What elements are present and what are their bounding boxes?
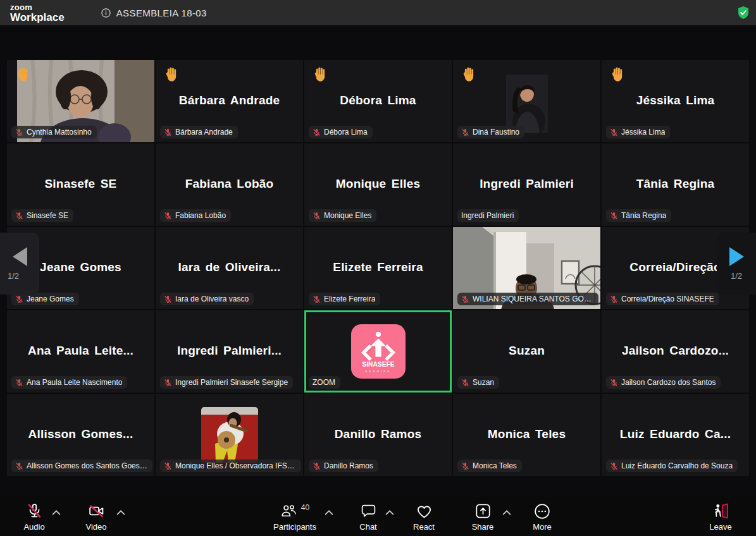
page-indicator-left: 1/2 — [8, 271, 19, 281]
more-button[interactable]: More — [516, 502, 569, 532]
participant-name-label: Correia/Direção SINASEFE — [606, 293, 719, 305]
video-menu-chevron[interactable] — [116, 509, 125, 516]
chat-menu-chevron[interactable] — [385, 509, 394, 516]
participant-tile[interactable]: SINASEFE SERGIPE ZOOM — [304, 310, 452, 393]
meeting-info[interactable]: ASSEMBLEIA 18-03 — [101, 8, 207, 18]
participants-count: 40 — [301, 503, 309, 512]
video-button[interactable]: Video — [70, 502, 123, 532]
chat-button[interactable]: Chat — [342, 502, 395, 532]
participant-name-text: Correia/Direção SINASEFE — [621, 295, 714, 303]
share-button[interactable]: Share — [456, 502, 509, 532]
participant-tile[interactable]: Danillo Ramos Danillo Ramos — [304, 394, 452, 476]
participants-menu-chevron[interactable] — [325, 509, 333, 516]
participant-name-label: ZOOM — [309, 376, 340, 389]
participant-display-name: Elizete Ferreira — [307, 260, 449, 274]
mic-muted-icon — [15, 462, 23, 470]
participants-button-label: Participants — [273, 522, 316, 532]
mic-muted-icon — [164, 128, 172, 137]
mic-muted-icon — [313, 212, 321, 220]
previous-page-button[interactable]: 1/2 — [0, 233, 39, 295]
participant-display-name: Fabiana Lobão — [158, 177, 301, 191]
participant-tile[interactable]: Cynthia Mattosinho — [7, 60, 154, 142]
participant-tile[interactable]: Monica Teles Monica Teles — [453, 394, 600, 476]
sinasefe-logo-subtext: SERGIPE — [365, 370, 391, 373]
participant-tile[interactable]: Diná Faustino — [453, 60, 600, 142]
profile-photo-guitar — [201, 407, 258, 463]
participant-display-name: Danillo Ramos — [307, 427, 449, 441]
participants-icon — [280, 504, 297, 518]
next-page-button[interactable]: 1/2 — [717, 233, 756, 295]
participant-name-text: Fabiana Lobão — [175, 211, 226, 220]
participant-tile[interactable]: Bárbara Andrade Bárbara Andrade — [156, 60, 303, 142]
participant-name-label: Jailson Cardozo dos Santos — [606, 376, 721, 389]
page-indicator-right: 1/2 — [731, 271, 742, 281]
participant-tile[interactable]: Monique Elles / Observadora IFS -... — [156, 394, 303, 476]
participant-name-text: Ingredi Palmieri — [461, 211, 514, 220]
mic-muted-icon — [610, 379, 618, 387]
participant-display-name: Iara de Oliveira... — [158, 260, 301, 274]
participant-tile[interactable]: Monique Elles Monique Elles — [304, 143, 452, 226]
leave-button[interactable]: Leave — [694, 502, 747, 532]
meeting-header: zoom Workplace ASSEMBLEIA 18-03 — [0, 0, 756, 25]
participant-name-text: Ingredi Palmieri Sinasefe Sergipe — [175, 378, 288, 387]
info-icon[interactable] — [101, 8, 111, 18]
participant-tile[interactable]: Jéssika Lima Jéssika Lima — [602, 60, 749, 142]
logo-workplace-text: Workplace — [10, 12, 65, 23]
participant-tile[interactable]: Elizete Ferreira Elizete Ferreira — [304, 227, 452, 309]
participant-name-label: Ingredi Palmieri — [457, 209, 519, 222]
security-shield[interactable] — [737, 6, 750, 20]
participants-button[interactable]: 40 Participants — [268, 502, 321, 532]
participant-name-text: Sinasefe SE — [27, 211, 68, 220]
participant-name-label: Monique Elles / Observadora IFS -... — [160, 460, 301, 472]
chat-button-label: Chat — [359, 522, 376, 532]
participant-tile[interactable]: Luiz Eduardo Ca... Luiz Eduardo Carvalho… — [602, 394, 749, 476]
participant-tile[interactable]: Allisson Gomes... Allisson Gomes dos San… — [7, 394, 154, 476]
participant-tile[interactable]: Sinasefe SE Sinasefe SE — [7, 143, 154, 226]
react-button[interactable]: React — [397, 502, 450, 532]
leave-meeting-icon — [712, 503, 729, 519]
sinasefe-logo-text: SINASEFE — [362, 361, 394, 368]
mic-muted-icon — [164, 212, 172, 220]
mic-muted-icon — [15, 212, 23, 220]
participant-name-label: Iara de Oliveira vasco — [160, 293, 254, 305]
raised-hand-icon — [313, 66, 330, 83]
participant-display-name: Ingredi Palmieri... — [158, 344, 301, 358]
share-screen-icon — [475, 503, 491, 519]
share-menu-chevron[interactable] — [502, 509, 511, 516]
more-button-label: More — [533, 522, 552, 532]
participant-name-text: Cynthia Mattosinho — [27, 128, 92, 137]
meeting-title: ASSEMBLEIA 18-03 — [116, 8, 207, 18]
participant-display-name: Jéssika Lima — [604, 94, 747, 107]
participant-name-label: Ana Paula Leite Nascimento — [11, 376, 127, 389]
participant-name-label: Jeane Gomes — [11, 293, 79, 305]
participant-display-name: Luiz Eduardo Ca... — [604, 427, 747, 441]
participant-tile[interactable]: Fabiana Lobão Fabiana Lobão — [156, 143, 303, 226]
participant-name-text: Elizete Ferreira — [324, 295, 375, 303]
participant-tile[interactable]: Ingredi Palmieri... Ingredi Palmieri Sin… — [156, 310, 303, 393]
participant-tile[interactable]: Tânia Regina Tânia Regina — [602, 143, 749, 226]
mic-muted-icon — [610, 128, 618, 137]
mic-muted-icon — [461, 462, 469, 470]
participant-display-name: Jailson Cardozo... — [604, 344, 747, 358]
audio-button[interactable]: Audio — [8, 502, 61, 532]
profile-photo-dina — [506, 75, 548, 133]
raised-hand-icon — [461, 66, 478, 83]
participant-tile[interactable]: Suzan Suzan — [453, 310, 600, 393]
mic-slash-icon — [25, 502, 44, 520]
participant-tile[interactable]: Ingredi Palmieri Ingredi Palmieri — [453, 143, 600, 226]
participant-display-name: Monique Elles — [307, 177, 449, 191]
audio-menu-chevron[interactable] — [52, 509, 61, 516]
participant-tile[interactable]: Débora Lima Débora Lima — [304, 60, 452, 142]
participant-name-text: Monique Elles — [324, 211, 371, 220]
shield-check-icon — [737, 6, 750, 20]
participant-name-text: Jéssika Lima — [621, 128, 665, 137]
participant-tile[interactable]: Jailson Cardozo... Jailson Cardozo dos S… — [602, 310, 749, 393]
participant-name-label: Allisson Gomes dos Santos Goes -... — [11, 460, 152, 472]
participant-tile[interactable]: Iara de Oliveira... Iara de Oliveira vas… — [156, 227, 303, 309]
participant-display-name: Allisson Gomes... — [9, 427, 152, 441]
participant-tile[interactable]: WILIAN SIQUEIRA SANTOS GOMES — [453, 227, 600, 309]
participant-display-name: Monica Teles — [455, 427, 598, 441]
participant-name-label: Sinasefe SE — [11, 209, 73, 222]
mic-muted-icon — [15, 128, 23, 137]
participant-tile[interactable]: Ana Paula Leite... Ana Paula Leite Nasci… — [7, 310, 154, 393]
